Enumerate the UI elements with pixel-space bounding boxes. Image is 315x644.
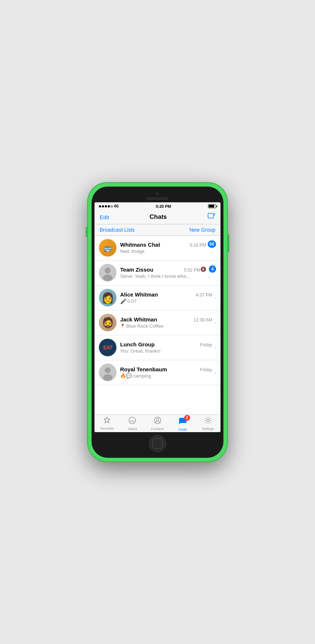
action-bar: Broadcast Lists New Group — [94, 224, 220, 236]
avatar-jack-whitman: 🧔 — [99, 314, 116, 331]
tab-contacts-label: Contacts — [151, 427, 164, 431]
mute-icon-zissou: 🔇 — [200, 266, 206, 272]
chevron-whitmans-chat: › — [211, 249, 213, 255]
tab-settings[interactable]: Settings — [195, 416, 220, 431]
chat-sender-whitmans-chat: Ned: — [120, 249, 130, 254]
chat-name-whitmans-chat: Whitmans Chat — [120, 242, 160, 248]
tab-favorites[interactable]: Favorites — [94, 416, 120, 431]
svg-point-10 — [130, 420, 131, 422]
chevron-jack-whitman: › — [214, 320, 216, 325]
chat-content-alice-whitman: Alice Whitman 4:37 PM 🎤 0:07 — [120, 291, 212, 304]
chat-item-royal-tenenbaum[interactable]: Royal Tenenbaum Friday 🔥💬 camping › — [94, 360, 220, 385]
chat-item-lunch-group[interactable]: EAT Lunch Group Friday You: Great, thank… — [94, 335, 220, 360]
chat-preview-lunch-group: You: Great, thanks! — [120, 348, 212, 354]
contacts-icon — [153, 416, 162, 426]
chevron-royal-tenenbaum: › — [214, 369, 216, 375]
chat-content-lunch-group: Lunch Group Friday You: Great, thanks! — [120, 341, 212, 354]
tab-status[interactable]: Status — [120, 416, 145, 431]
status-icon — [128, 416, 136, 426]
chat-message-royal-tenenbaum: camping — [133, 373, 151, 379]
chat-item-team-zissou[interactable]: Team Zissou 5:02 PM Steve: Yeah, I think… — [94, 261, 220, 286]
chat-header-royal-tenenbaum: Royal Tenenbaum Friday — [120, 366, 212, 372]
svg-point-12 — [133, 420, 134, 422]
chat-preview-whitmans-chat: Ned: Image — [120, 249, 206, 254]
status-time: 5:20 PM — [156, 204, 171, 209]
signal-dot-1 — [99, 205, 101, 207]
signal-dot-5 — [111, 205, 113, 207]
chat-preview-team-zissou: Steve: Yeah, I think I know wha... — [120, 273, 200, 279]
right-area-whitmans: 50 › — [206, 240, 216, 255]
tab-contacts[interactable]: Contacts — [145, 416, 170, 431]
chat-sender-team-zissou: Steve: — [120, 273, 134, 279]
location-icon-jack: 📍 — [120, 324, 125, 328]
svg-point-8 — [103, 374, 112, 381]
settings-icon — [204, 416, 212, 426]
signal-dot-2 — [102, 205, 104, 207]
avatar-whitmans-chat: 🚌 — [99, 239, 116, 257]
chat-content-team-zissou: Team Zissou 5:02 PM Steve: Yeah, I think… — [120, 266, 200, 279]
svg-point-4 — [105, 268, 111, 273]
chat-preview-royal-tenenbaum: 🔥💬 camping — [120, 373, 212, 379]
svg-point-15 — [207, 419, 209, 422]
tab-bar: Favorites Status — [94, 415, 220, 432]
svg-line-2 — [214, 213, 215, 214]
home-button[interactable] — [149, 435, 166, 452]
battery-fill — [209, 205, 214, 207]
right-area-zissou: 🔇 4 › — [200, 265, 216, 280]
camera — [156, 192, 159, 195]
chat-time-jack-whitman: 11:30 AM — [194, 317, 212, 323]
new-group-button[interactable]: New Group — [189, 227, 215, 233]
signal-area: 4G — [99, 204, 119, 208]
chat-time-royal-tenenbaum: Friday — [200, 367, 212, 372]
right-area-lunch: › — [212, 345, 216, 350]
chat-time-whitmans-chat: 5:16 PM — [190, 243, 206, 248]
compose-button[interactable] — [207, 213, 215, 222]
chevron-alice-whitman: › — [214, 295, 216, 301]
signal-dots — [99, 205, 113, 207]
svg-point-7 — [105, 367, 111, 373]
network-type: 4G — [114, 204, 119, 208]
chats-icon: 2 — [178, 416, 187, 427]
mic-icon-alice: 🎤 — [120, 298, 126, 304]
chat-time-lunch-group: Friday — [200, 342, 212, 347]
tab-chats[interactable]: 2 Chats — [170, 416, 195, 431]
svg-rect-0 — [208, 213, 214, 218]
chat-message-alice-whitman: 0:07 — [127, 298, 137, 304]
avatar-royal-tenenbaum — [99, 364, 116, 381]
chat-name-jack-whitman: Jack Whitman — [120, 316, 157, 323]
svg-point-5 — [103, 275, 112, 281]
avatar-lunch-group: EAT — [99, 339, 116, 356]
avatar-team-zissou — [99, 264, 116, 281]
right-area-alice: › — [212, 295, 216, 301]
chat-header-lunch-group: Lunch Group Friday — [120, 341, 212, 347]
status-bar: 4G 5:20 PM — [94, 202, 220, 210]
signal-dot-4 — [108, 205, 110, 207]
chevron-lunch-group: › — [214, 345, 216, 350]
edit-button[interactable]: Edit — [100, 214, 109, 220]
phone-top — [94, 191, 220, 202]
chat-message-whitmans-chat: Image — [131, 249, 144, 254]
battery-icon — [208, 204, 216, 208]
chat-emoji-royal: 🔥💬 — [120, 373, 132, 379]
svg-point-11 — [132, 420, 133, 422]
chat-item-jack-whitman[interactable]: 🧔 Jack Whitman 11:30 AM 📍 Blue Rock Coff… — [94, 310, 220, 335]
chat-content-royal-tenenbaum: Royal Tenenbaum Friday 🔥💬 camping — [120, 366, 212, 379]
chat-item-alice-whitman[interactable]: 👩 Alice Whitman 4:37 PM 🎤 0:07 › — [94, 286, 220, 310]
badge-team-zissou: 4 — [209, 265, 216, 273]
chevron-team-zissou: › — [208, 274, 210, 280]
badge-whitmans-chat: 50 — [208, 240, 216, 248]
phone-screen: 4G 5:20 PM Edit Chats — [94, 202, 220, 432]
tab-status-label: Status — [127, 427, 137, 431]
chat-name-royal-tenenbaum: Royal Tenenbaum — [120, 366, 167, 372]
right-area-royal: › — [212, 369, 216, 375]
tab-settings-label: Settings — [202, 427, 214, 431]
phone-bottom — [94, 432, 220, 453]
chat-name-alice-whitman: Alice Whitman — [120, 291, 158, 298]
chat-header-team-zissou: Team Zissou 5:02 PM — [120, 266, 200, 273]
chat-message-team-zissou: Yeah, I think I know wha... — [135, 273, 190, 279]
compose-icon — [207, 213, 215, 220]
chat-item-whitmans-chat[interactable]: 🚌 Whitmans Chat 5:16 PM Ned: Image — [94, 236, 220, 261]
broadcast-lists-button[interactable]: Broadcast Lists — [100, 227, 135, 233]
phone-shell: 4G 5:20 PM Edit Chats — [88, 183, 227, 461]
chat-preview-alice-whitman: 🎤 0:07 — [120, 298, 212, 304]
